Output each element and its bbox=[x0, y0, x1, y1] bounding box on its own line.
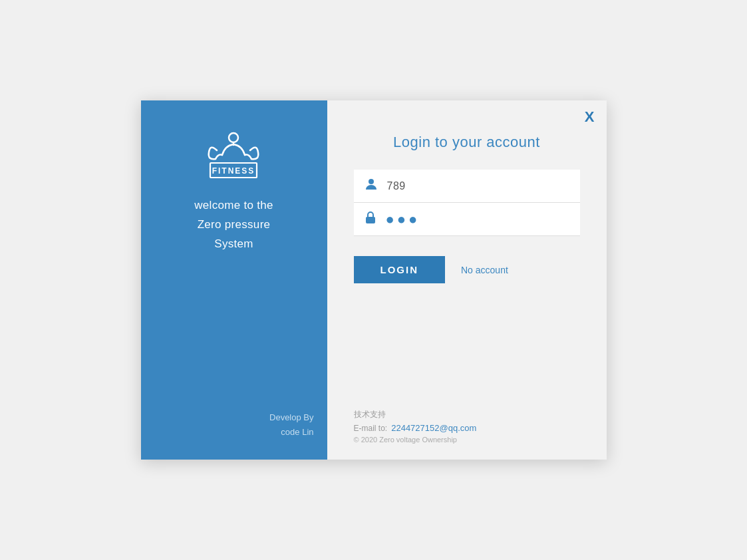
right-panel: X Login to your account bbox=[327, 100, 607, 460]
email-link[interactable]: 2244727152@qq.com bbox=[391, 423, 476, 433]
email-prefix: E-mail to: bbox=[354, 424, 388, 433]
lock-icon bbox=[365, 211, 376, 227]
password-row: ●●● bbox=[354, 203, 580, 236]
login-dialog: FITNESS welcome to the Zero pressure Sys… bbox=[141, 100, 607, 460]
svg-point-4 bbox=[369, 179, 374, 184]
fitness-logo: FITNESS bbox=[197, 127, 270, 180]
left-footer: Develop By code Lin bbox=[154, 410, 314, 440]
username-row bbox=[354, 170, 580, 203]
no-account-button[interactable]: No account bbox=[461, 265, 508, 275]
username-input[interactable] bbox=[387, 180, 569, 192]
left-top-section: FITNESS welcome to the Zero pressure Sys… bbox=[194, 127, 273, 254]
svg-text:FITNESS: FITNESS bbox=[212, 166, 255, 176]
welcome-text: welcome to the Zero pressure System bbox=[194, 196, 273, 254]
actions-row: LOGIN No account bbox=[354, 256, 580, 283]
svg-point-0 bbox=[229, 133, 238, 142]
copyright-text: © 2020 Zero voltage Ownership bbox=[354, 436, 580, 444]
left-panel: FITNESS welcome to the Zero pressure Sys… bbox=[141, 100, 327, 460]
svg-rect-5 bbox=[366, 217, 375, 223]
login-title: Login to your account bbox=[354, 134, 580, 151]
user-icon bbox=[365, 178, 378, 194]
email-row: E-mail to: 2244727152@qq.com bbox=[354, 423, 580, 433]
close-button[interactable]: X bbox=[585, 110, 595, 124]
right-content: Login to your account bbox=[327, 100, 607, 390]
tech-support-label: 技术支持 bbox=[354, 409, 580, 420]
login-button[interactable]: LOGIN bbox=[354, 256, 446, 283]
right-footer: 技术支持 E-mail to: 2244727152@qq.com © 2020… bbox=[327, 390, 607, 460]
password-dots: ●●● bbox=[386, 212, 420, 227]
